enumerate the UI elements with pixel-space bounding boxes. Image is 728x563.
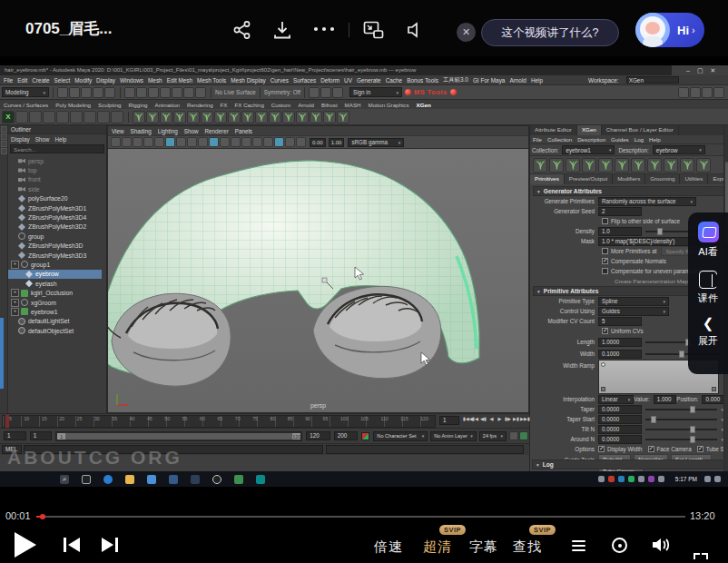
xgen-remove-selection-icon[interactable] xyxy=(160,111,172,123)
editor-tab[interactable]: Channel Box / Layer Editor xyxy=(602,125,679,135)
single-pane-layout-icon[interactable] xyxy=(1,126,7,133)
grass-preview-icon[interactable] xyxy=(680,158,694,173)
download-icon[interactable] xyxy=(272,20,292,40)
xgen-convert-icon[interactable] xyxy=(296,111,309,123)
generator-seed-field[interactable]: 2 xyxy=(598,207,642,216)
viewport-menu-item[interactable]: Renderer xyxy=(204,128,228,134)
outliner-item[interactable]: xgGroom xyxy=(8,298,102,307)
shelf-tab[interactable]: Arnold xyxy=(298,102,314,108)
close-button[interactable]: ✕ xyxy=(711,65,716,75)
character-set-dropdown[interactable]: No Character Set xyxy=(373,431,428,441)
previous-episode-icon[interactable] xyxy=(62,537,82,553)
shelf-tab[interactable]: FX xyxy=(221,102,228,108)
motion-blur-icon[interactable] xyxy=(220,137,230,147)
auto-key-icon[interactable] xyxy=(361,432,369,440)
ai-assistant-label[interactable]: AI看 xyxy=(688,245,728,259)
two-pane-layout-icon[interactable] xyxy=(1,148,7,154)
outliner-item[interactable]: ZBrushPolyMesh3D2 xyxy=(8,222,102,232)
primitive-type-dropdown[interactable]: Spline xyxy=(598,297,669,306)
outliner-item[interactable]: polySurface20 xyxy=(8,194,102,203)
xgen-width-icon[interactable] xyxy=(228,111,241,123)
current-frame-field[interactable]: 1 xyxy=(439,416,459,425)
make-live-icon[interactable] xyxy=(309,87,320,98)
shadows-icon[interactable] xyxy=(198,137,208,147)
playback-button[interactable]: ◀ xyxy=(487,416,496,421)
speed-button[interactable]: 倍速 xyxy=(374,538,403,556)
xgen-menu-item[interactable]: Guides xyxy=(611,136,629,143)
expand-label[interactable]: 展开 xyxy=(688,334,728,348)
xgen-create-description-icon[interactable] xyxy=(133,111,145,123)
generate-primitives-dropdown[interactable]: Randomly across the surface xyxy=(598,197,696,206)
gamma-toggle-icon[interactable] xyxy=(296,137,306,147)
tb-search-icon[interactable] xyxy=(60,475,69,484)
outliner-item[interactable]: eyebrow xyxy=(8,270,102,279)
new-scene-icon[interactable] xyxy=(57,87,68,98)
xray-icon[interactable] xyxy=(263,137,273,147)
shelf-tab[interactable]: Rigging xyxy=(129,102,148,108)
text-tool-icon[interactable] xyxy=(84,111,96,123)
attr-slider-field[interactable]: 0.0000 xyxy=(598,435,642,444)
courseware-icon[interactable] xyxy=(699,271,717,289)
share-icon[interactable] xyxy=(232,20,252,40)
snap-point-icon[interactable] xyxy=(183,87,194,98)
taskbar-clock[interactable]: 5:17 PM xyxy=(675,476,697,483)
shelf-tab[interactable]: Bifrost xyxy=(321,102,338,108)
playback-button[interactable]: ▶ xyxy=(496,416,504,421)
ramp-position-field[interactable]: 0.000 xyxy=(702,395,725,404)
export-patches-icon[interactable] xyxy=(696,158,711,173)
tray-icon[interactable] xyxy=(714,476,721,482)
compensate-normals-checkbox[interactable] xyxy=(602,258,608,264)
editor-tab[interactable]: XGen xyxy=(577,125,602,135)
paint-tool-icon[interactable] xyxy=(56,111,69,123)
snap-plane-icon[interactable] xyxy=(195,87,206,98)
collection-dropdown[interactable]: eyebrow1 xyxy=(562,145,615,154)
shaded-icon[interactable] xyxy=(165,137,175,147)
mute-speaker-icon[interactable] xyxy=(405,21,423,39)
menu-item[interactable]: Mesh xyxy=(148,77,162,84)
light-tool-icon[interactable] xyxy=(97,111,110,123)
quality-button[interactable]: 超清 xyxy=(423,538,452,556)
tb-mail-icon[interactable] xyxy=(169,475,178,484)
xgen-subtab[interactable]: Utilities xyxy=(680,174,708,184)
compensate-param-checkbox[interactable] xyxy=(602,268,608,274)
fps-dropdown[interactable]: 24 fps xyxy=(479,431,507,441)
construction-history-icon[interactable] xyxy=(320,87,331,98)
isolate-select-icon[interactable] xyxy=(252,137,262,147)
outliner-item[interactable]: persp xyxy=(8,156,102,165)
animation-end-field[interactable]: 200 xyxy=(334,431,359,440)
xgen-add-selection-icon[interactable] xyxy=(146,111,159,123)
xgen-subtab[interactable]: Grooming xyxy=(645,174,680,184)
dismiss-ai-icon[interactable]: ✕ xyxy=(457,23,476,42)
progress-bar[interactable] xyxy=(36,516,685,518)
select-object-icon[interactable] xyxy=(136,87,147,98)
control-using-dropdown[interactable]: Guides xyxy=(598,307,669,316)
xgen-export-icon[interactable] xyxy=(323,111,336,123)
shelf-tab[interactable]: MASH xyxy=(345,102,361,108)
tb-taskview-icon[interactable] xyxy=(82,475,91,484)
mute-audio-icon[interactable] xyxy=(519,431,528,440)
lasso-tool-icon[interactable] xyxy=(43,111,55,123)
playback-options-icon[interactable] xyxy=(509,431,518,440)
exposure-toggle-icon[interactable] xyxy=(285,137,295,147)
select-component-icon[interactable] xyxy=(148,87,159,98)
comb-brush-icon[interactable] xyxy=(664,158,678,173)
tb-edge-icon[interactable] xyxy=(103,475,113,484)
width-field[interactable]: 0.1000 xyxy=(598,350,642,359)
bookmark-view-icon[interactable] xyxy=(122,137,132,147)
shelf-tab[interactable]: Poly Modeling xyxy=(55,102,91,108)
ms-tools-icon[interactable] xyxy=(405,89,411,95)
playback-end-field[interactable]: 120 xyxy=(306,431,330,440)
next-episode-icon[interactable] xyxy=(100,537,120,553)
menu-item[interactable]: Help xyxy=(531,77,543,84)
animation-start-field[interactable]: 1 xyxy=(4,431,26,440)
xgen-subtab[interactable]: Preview/Output xyxy=(565,174,613,184)
menu-item[interactable]: Cache xyxy=(386,77,402,84)
outliner-menu-item[interactable]: Help xyxy=(54,136,66,143)
tray-icon[interactable] xyxy=(704,476,711,482)
viewport-menu-item[interactable]: Panels xyxy=(235,128,252,134)
attr-slider[interactable] xyxy=(645,429,717,430)
shelf-tab[interactable]: XGen xyxy=(417,102,431,108)
length-field[interactable]: 1.0000 xyxy=(598,338,642,347)
xgen-cut-icon[interactable] xyxy=(201,111,213,123)
snap-curve-icon[interactable] xyxy=(172,87,182,98)
